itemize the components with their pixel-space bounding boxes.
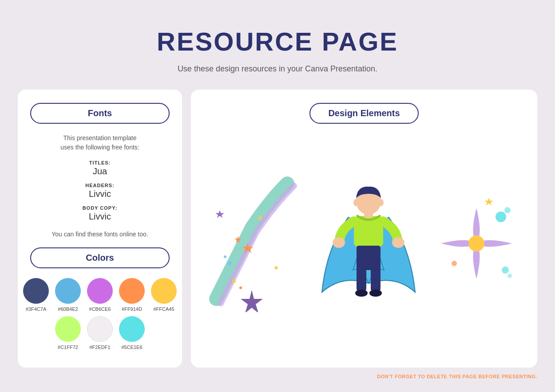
color-hex-2: #60B4E2	[58, 306, 78, 312]
font-name-body: Livvic	[30, 212, 170, 222]
main-content: Fonts This presentation templateuses the…	[18, 90, 537, 368]
left-card: Fonts This presentation templateuses the…	[18, 90, 182, 368]
footer-note: DON'T FORGET TO DELETE THIS PAGE BEFORE …	[18, 374, 537, 379]
svg-point-22	[468, 235, 484, 251]
svg-point-26	[507, 274, 512, 278]
color-item-1: #3F4C7A	[23, 278, 49, 312]
color-hex-3: #CB6CE6	[89, 306, 111, 312]
svg-point-24	[504, 207, 511, 213]
svg-point-20	[355, 290, 368, 297]
fonts-badge: Fonts	[30, 103, 170, 124]
page-title: RESOURCE PAGE	[157, 27, 398, 56]
color-item-5: #FFCA45	[151, 278, 177, 312]
color-item-4: #FF914D	[119, 278, 145, 312]
color-swatch-1	[23, 278, 49, 304]
font-entry-body: BODY COPY: Livvic	[30, 205, 170, 222]
color-hex-8: #5CE1E6	[121, 345, 142, 350]
design-elements-area	[203, 137, 525, 354]
sparkle-illustration	[432, 175, 521, 317]
svg-marker-5	[215, 210, 224, 218]
svg-rect-19	[371, 266, 381, 292]
color-hex-6: #C1FF72	[58, 345, 78, 350]
color-hex-5: #FFCA45	[153, 306, 174, 312]
color-swatch-7	[87, 316, 113, 342]
svg-point-14	[378, 199, 384, 206]
fonts-description: This presentation templateuses the follo…	[30, 133, 170, 152]
right-card: Design Elements	[191, 90, 537, 368]
color-swatch-4	[119, 278, 145, 304]
color-swatch-2	[55, 278, 81, 304]
svg-marker-27	[484, 198, 493, 206]
font-name-titles: Jua	[30, 166, 170, 176]
svg-rect-18	[357, 266, 366, 292]
svg-point-7	[232, 279, 236, 283]
svg-point-3	[224, 255, 226, 258]
svg-point-15	[333, 237, 345, 248]
svg-point-9	[275, 267, 278, 270]
svg-point-28	[452, 261, 457, 266]
colors-badge: Colors	[30, 247, 170, 268]
fonts-note: You can find these fonts online too.	[30, 231, 170, 238]
design-elements-badge: Design Elements	[309, 103, 418, 124]
color-hex-7: #F2EDF1	[89, 345, 110, 350]
font-name-headers: Livvic	[30, 189, 170, 199]
color-swatch-8	[119, 316, 145, 342]
footer-note-text: DON'T FORGET TO DELETE THIS PAGE BEFORE …	[377, 374, 537, 379]
font-entry-headers: HEADERS: Livvic	[30, 183, 170, 199]
color-hex-4: #FF914D	[122, 306, 142, 312]
color-hex-1: #3F4C7A	[26, 306, 46, 312]
color-swatch-6	[55, 316, 81, 342]
color-item-6: #C1FF72	[55, 316, 81, 350]
hero-illustration	[313, 175, 424, 317]
svg-point-23	[496, 212, 506, 222]
svg-point-16	[392, 237, 404, 248]
svg-point-25	[502, 267, 509, 274]
color-item-7: #F2EDF1	[87, 316, 113, 350]
font-label-headers: HEADERS:	[30, 183, 170, 188]
color-swatch-5	[151, 278, 177, 304]
font-entry-titles: TITLES: Jua	[30, 160, 170, 176]
svg-point-21	[369, 290, 382, 297]
color-swatch-3	[87, 278, 113, 304]
color-item-3: #CB6CE6	[87, 278, 113, 312]
svg-marker-4	[241, 290, 263, 312]
color-item-2: #60B4E2	[55, 278, 81, 312]
svg-point-8	[239, 286, 242, 289]
svg-point-2	[227, 261, 232, 266]
font-label-body: BODY COPY:	[30, 205, 170, 211]
color-row-2: #C1FF72 #F2EDF1 #5CE1E6	[30, 316, 170, 350]
page-subtitle: Use these design resources in your Canva…	[178, 64, 377, 74]
svg-point-13	[353, 199, 359, 206]
color-row-1: #3F4C7A #60B4E2 #CB6CE6 #FF914D #FFCA45	[30, 278, 170, 312]
color-item-8: #5CE1E6	[119, 316, 145, 350]
font-label-titles: TITLES:	[30, 160, 170, 165]
shooting-star-illustration	[207, 175, 305, 317]
